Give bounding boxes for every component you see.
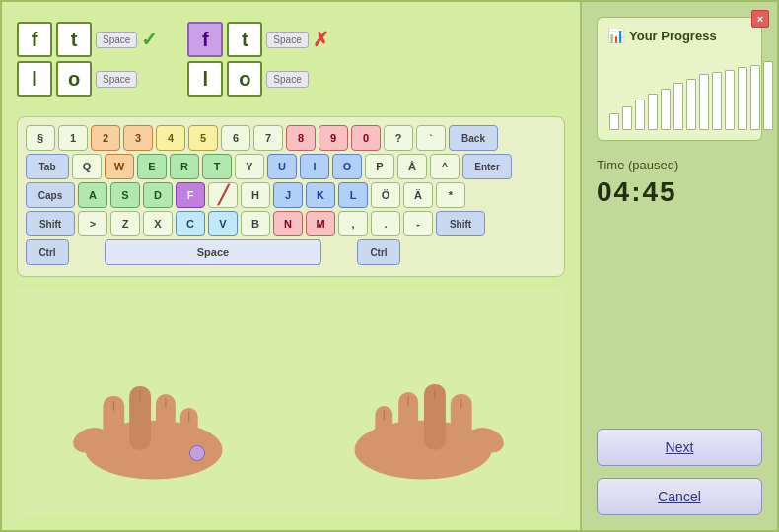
keyboard-row-asdf: Caps A S D F ╱ H J K L Ö Ä *	[26, 182, 556, 208]
key-j[interactable]: J	[273, 182, 303, 208]
key-caret[interactable]: ^	[430, 154, 460, 179]
typed-letter-t: t	[227, 22, 262, 57]
correct-checkmark: ✓	[141, 28, 158, 51]
key-b[interactable]: B	[241, 211, 270, 236]
key-angle[interactable]: >	[78, 211, 107, 236]
key-6[interactable]: 6	[221, 125, 250, 151]
key-h[interactable]: H	[241, 182, 270, 208]
timer-value: 04:45	[597, 176, 762, 208]
key-caps[interactable]: Caps	[26, 182, 75, 208]
key-d[interactable]: D	[143, 182, 173, 208]
key-blank1	[72, 239, 102, 265]
key-y[interactable]: Y	[235, 154, 264, 179]
progress-section: 📊 Your Progress	[597, 17, 762, 141]
key-c[interactable]: C	[176, 211, 205, 236]
key-oe[interactable]: Ö	[371, 182, 400, 208]
keyboard-row-zxcv: Shift > Z X C V B N M , . - Shift	[26, 211, 556, 236]
key-tab[interactable]: Tab	[26, 154, 69, 179]
key-a[interactable]: A	[78, 182, 107, 208]
key-dash[interactable]: -	[403, 211, 433, 236]
chart-bar-1	[622, 106, 632, 131]
correct-word-row2: l o Space	[17, 61, 158, 97]
key-aa[interactable]: Å	[397, 154, 427, 179]
correct-space2-label: Space	[96, 71, 137, 88]
key-space[interactable]: Space	[105, 239, 321, 265]
spacer	[597, 225, 762, 417]
key-9[interactable]: 9	[319, 125, 348, 151]
key-l[interactable]: L	[338, 182, 368, 208]
chart-bar-0	[609, 113, 619, 131]
typed-letter-f: f	[187, 22, 223, 57]
correct-letter-f: f	[17, 22, 52, 57]
keyboard-row-qwerty: Tab Q W E R T Y U I O P Å ^ Enter	[26, 154, 556, 179]
key-o[interactable]: O	[332, 154, 362, 179]
progress-title-label: Your Progress	[629, 29, 717, 43]
key-backspace[interactable]: Back	[449, 125, 498, 151]
timer-section: Time (paused) 04:45	[597, 153, 762, 213]
chart-bar-5	[673, 83, 683, 130]
key-shift-left[interactable]: Shift	[26, 211, 75, 236]
key-x[interactable]: X	[143, 211, 173, 236]
cancel-button[interactable]: Cancel	[597, 478, 762, 515]
key-t[interactable]: T	[202, 154, 232, 179]
keyboard-row-numbers: § 1 2 3 4 5 6 7 8 9 0 ? ` Back	[26, 125, 556, 151]
key-3[interactable]: 3	[123, 125, 153, 151]
next-button[interactable]: Next	[597, 429, 762, 466]
typed-word-row2: l o Space	[187, 61, 328, 97]
key-ctrl-right[interactable]: Ctrl	[357, 239, 400, 265]
chart-bar-9	[725, 70, 735, 130]
typed-space-label: Space	[266, 32, 308, 48]
key-g[interactable]: ╱	[208, 182, 238, 208]
key-v[interactable]: V	[208, 211, 238, 236]
key-period[interactable]: .	[371, 211, 400, 236]
key-s[interactable]: S	[110, 182, 140, 208]
right-hand	[355, 384, 508, 479]
correct-space-label: Space	[96, 32, 137, 48]
key-f[interactable]: F	[176, 182, 205, 208]
typed-xmark: ✗	[313, 28, 329, 51]
keyboard-row-space: Ctrl Space Ctrl	[26, 239, 556, 265]
typed-word-row1: f t Space ✗	[187, 22, 328, 57]
key-0[interactable]: 0	[351, 125, 381, 151]
key-ae[interactable]: Ä	[403, 182, 433, 208]
key-8[interactable]: 8	[286, 125, 316, 151]
key-2[interactable]: 2	[91, 125, 120, 151]
key-7[interactable]: 7	[253, 125, 283, 151]
chart-bar-11	[750, 65, 760, 130]
close-button[interactable]: ×	[751, 10, 769, 28]
key-e[interactable]: E	[137, 154, 167, 179]
key-blank2	[324, 239, 354, 265]
key-5[interactable]: 5	[188, 125, 218, 151]
left-hand	[70, 386, 223, 479]
key-k[interactable]: K	[306, 182, 335, 208]
key-1[interactable]: 1	[58, 125, 88, 151]
correct-letter-o: o	[56, 61, 92, 97]
chart-bar-2	[635, 100, 645, 130]
key-backtick[interactable]: `	[416, 125, 446, 151]
key-p[interactable]: P	[365, 154, 394, 179]
timer-label: Time (paused)	[597, 158, 762, 172]
key-u[interactable]: U	[267, 154, 297, 179]
hands-area	[17, 287, 565, 515]
key-enter[interactable]: Enter	[462, 154, 512, 179]
key-q[interactable]: Q	[72, 154, 102, 179]
key-w[interactable]: W	[105, 154, 134, 179]
key-z[interactable]: Z	[110, 211, 140, 236]
key-asterisk[interactable]: *	[436, 182, 465, 208]
chart-bar-4	[661, 89, 671, 130]
chart-bar-7	[699, 74, 709, 130]
chart-bar-8	[712, 72, 722, 131]
key-n[interactable]: N	[273, 211, 303, 236]
key-shift-right[interactable]: Shift	[436, 211, 485, 236]
key-ctrl-left[interactable]: Ctrl	[26, 239, 69, 265]
key-i[interactable]: I	[300, 154, 329, 179]
key-question[interactable]: ?	[384, 125, 413, 151]
key-m[interactable]: M	[306, 211, 335, 236]
key-4[interactable]: 4	[156, 125, 185, 151]
main-container: × f t Space ✓ l o Space	[2, 2, 777, 530]
left-panel: f t Space ✓ l o Space f t Space ✗	[2, 2, 580, 530]
chart-bar-3	[648, 94, 658, 130]
key-comma[interactable]: ,	[338, 211, 368, 236]
key-r[interactable]: R	[170, 154, 199, 179]
key-section[interactable]: §	[26, 125, 55, 151]
